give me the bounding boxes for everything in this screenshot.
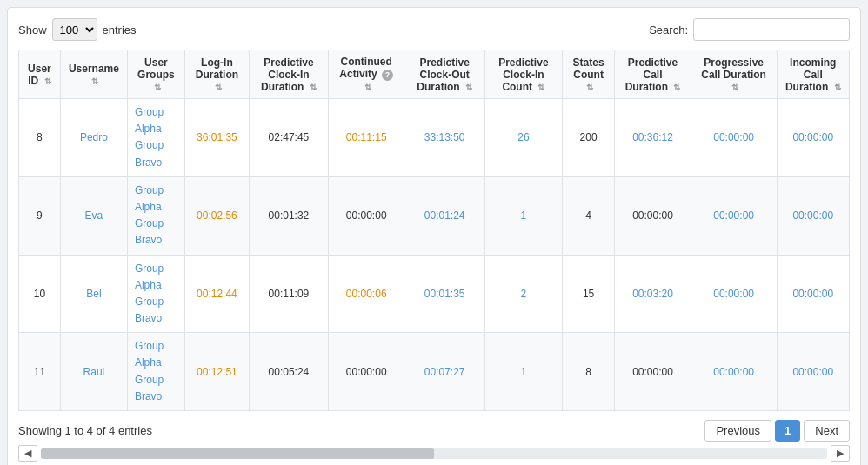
sort-icon-pred-clockout: ⇅ — [465, 83, 472, 92]
table-cell: 2 — [484, 255, 562, 333]
pagination: Previous 1 Next — [704, 420, 850, 442]
cell-link[interactable]: Pedro — [80, 131, 108, 143]
table-row: 11RaulGroup AlphaGroup Bravo00:12:5100:0… — [19, 333, 850, 411]
col-user-groups[interactable]: User Groups ⇅ — [127, 50, 184, 99]
table-cell: 36:01:35 — [184, 99, 249, 177]
cell-link[interactable]: 1 — [521, 366, 527, 378]
table-cell: 00:11:15 — [328, 99, 404, 177]
table-cell: Group AlphaGroup Bravo — [127, 333, 184, 411]
table-cell: 00:00:00 — [615, 176, 691, 255]
cell-link[interactable]: 00:01:24 — [424, 209, 465, 222]
table-cell: 8 — [562, 333, 614, 411]
table-cell: Group AlphaGroup Bravo — [127, 176, 184, 255]
show-entries: Show 100 25 50 200 entries — [18, 18, 137, 41]
cell-link[interactable]: 00:36:12 — [632, 131, 673, 143]
cell-link[interactable]: 36:01:35 — [197, 131, 237, 143]
table-cell: 00:00:00 — [328, 333, 404, 411]
col-pred-clockin-count[interactable]: Predictive Clock-In Count ⇅ — [484, 50, 562, 99]
table-cell: 00:00:00 — [615, 333, 691, 411]
sort-icon-prog-call: ⇅ — [731, 83, 738, 92]
cell-link[interactable]: 33:13:50 — [424, 131, 465, 143]
cell-link[interactable]: 00:00:00 — [792, 209, 833, 222]
table-wrapper: User ID ⇅ Username ⇅ User Groups ⇅ Log-I… — [18, 50, 850, 411]
next-button[interactable]: Next — [804, 420, 850, 442]
cell-link[interactable]: 00:00:06 — [346, 288, 387, 300]
cell-link[interactable]: 00:07:27 — [424, 366, 465, 378]
table-row: 8PedroGroup AlphaGroup Bravo36:01:3502:4… — [19, 99, 850, 177]
col-states-count[interactable]: States Count ⇅ — [562, 50, 614, 99]
cell-link[interactable]: Bel — [86, 288, 101, 300]
cell-link[interactable]: 00:00:00 — [792, 131, 833, 143]
bottom-bar: Showing 1 to 4 of 4 entries Previous 1 N… — [18, 420, 850, 442]
col-continued-activity[interactable]: Continued Activity ? ⇅ — [328, 50, 404, 99]
col-pred-clockout-dur[interactable]: Predictive Clock-Out Duration ⇅ — [404, 50, 484, 99]
table-cell: 00:01:32 — [249, 176, 328, 255]
group-link[interactable]: Group Alpha — [135, 262, 164, 291]
table-cell: Raul — [60, 333, 127, 411]
table-cell: 1 — [484, 333, 562, 411]
scroll-right-button[interactable]: ▶ — [831, 445, 850, 462]
cell-link[interactable]: 26 — [517, 131, 529, 143]
sort-icon-pred-clockin: ⇅ — [310, 83, 317, 92]
table-cell: 00:01:35 — [404, 255, 484, 333]
cell-link[interactable]: 2 — [521, 288, 527, 300]
cell-link[interactable]: 00:01:35 — [424, 288, 465, 300]
sort-icon-pred-count: ⇅ — [537, 83, 544, 92]
cell-link[interactable]: 00:11:15 — [346, 131, 387, 143]
table-cell: 4 — [562, 176, 614, 255]
cell-link[interactable]: 00:02:56 — [197, 209, 237, 222]
cell-link[interactable]: 00:03:20 — [632, 288, 673, 300]
search-label: Search: — [649, 23, 688, 37]
scroll-track[interactable] — [41, 448, 827, 459]
group-link[interactable]: Group Alpha — [135, 340, 164, 369]
col-pred-clockin-dur[interactable]: Predictive Clock-In Duration ⇅ — [249, 50, 328, 99]
col-incoming-call-dur[interactable]: Incoming Call Duration ⇅ — [777, 50, 849, 99]
group-link[interactable]: Group Bravo — [135, 139, 164, 168]
table-header-row: User ID ⇅ Username ⇅ User Groups ⇅ Log-I… — [19, 50, 850, 99]
cell-link[interactable]: 00:00:00 — [792, 288, 833, 300]
search-input[interactable] — [693, 18, 850, 41]
main-container: Show 100 25 50 200 entries Search: User … — [7, 7, 861, 465]
table-row: 9EvaGroup AlphaGroup Bravo00:02:5600:01:… — [19, 176, 850, 255]
col-user-id[interactable]: User ID ⇅ — [19, 50, 61, 99]
table-cell: 00:00:00 — [328, 176, 404, 255]
cell-link[interactable]: 00:00:00 — [792, 366, 833, 378]
cell-link[interactable]: Raul — [83, 366, 105, 378]
table-cell: Group AlphaGroup Bravo — [127, 255, 184, 333]
col-login-duration[interactable]: Log-In Duration ⇅ — [184, 50, 249, 99]
cell-link[interactable]: 00:12:44 — [197, 288, 237, 300]
cell-link[interactable]: 00:00:00 — [713, 131, 754, 143]
cell-link[interactable]: 00:00:00 — [713, 366, 754, 378]
table-row: 10BelGroup AlphaGroup Bravo00:12:4400:11… — [19, 255, 850, 333]
table-cell: Eva — [60, 176, 127, 255]
group-link[interactable]: Group Bravo — [135, 217, 164, 246]
scroll-left-button[interactable]: ◀ — [18, 445, 37, 462]
scroll-thumb[interactable] — [41, 448, 434, 459]
table-cell: Group AlphaGroup Bravo — [127, 99, 184, 177]
table-cell: Pedro — [60, 99, 127, 177]
table-cell: 00:00:06 — [328, 255, 404, 333]
table-cell: 9 — [19, 176, 61, 255]
group-link[interactable]: Group Bravo — [135, 374, 164, 402]
group-link[interactable]: Group Bravo — [135, 296, 164, 324]
cell-link[interactable]: Eva — [85, 209, 103, 222]
col-pred-call-dur[interactable]: Predictive Call Duration ⇅ — [615, 50, 691, 99]
table-cell: 02:47:45 — [249, 99, 328, 177]
cell-link[interactable]: 00:00:00 — [713, 288, 754, 300]
col-prog-call-dur[interactable]: Progressive Call Duration ⇅ — [691, 50, 777, 99]
cell-link[interactable]: 00:12:51 — [197, 366, 237, 378]
cell-link[interactable]: 00:00:00 — [713, 209, 754, 222]
previous-button[interactable]: Previous — [704, 420, 771, 442]
page-1-button[interactable]: 1 — [775, 420, 800, 442]
table-cell: 26 — [484, 99, 562, 177]
group-link[interactable]: Group Alpha — [135, 184, 164, 213]
cell-link[interactable]: 1 — [521, 209, 527, 222]
table-cell: 11 — [19, 333, 61, 411]
sort-icon-pred-call: ⇅ — [673, 83, 680, 92]
table-cell: 15 — [562, 255, 614, 333]
entries-select[interactable]: 100 25 50 200 — [52, 18, 97, 41]
help-icon[interactable]: ? — [382, 70, 393, 81]
horizontal-scrollbar: ◀ ▶ — [18, 445, 850, 462]
col-username[interactable]: Username ⇅ — [60, 50, 127, 99]
group-link[interactable]: Group Alpha — [135, 106, 164, 135]
